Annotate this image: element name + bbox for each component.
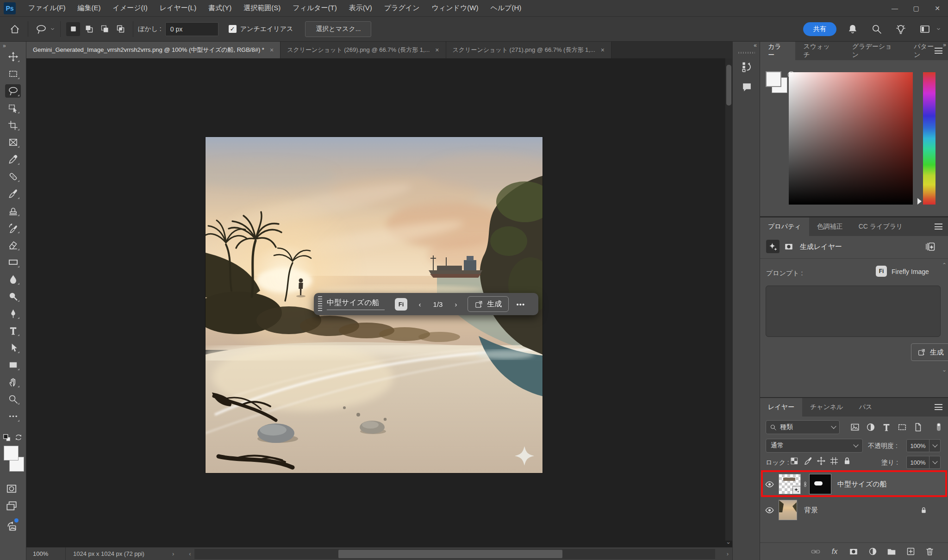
panels-collapse-chevron[interactable]: » <box>943 42 945 48</box>
layer-mask-icon[interactable] <box>782 240 795 253</box>
crop-tool[interactable] <box>5 118 21 132</box>
filter-smart-object-icon[interactable] <box>913 422 923 432</box>
default-colors-icon[interactable] <box>2 433 12 443</box>
new-layer-icon[interactable] <box>905 546 916 557</box>
screen-mode-button[interactable] <box>6 500 18 512</box>
quick-mask-button[interactable] <box>6 483 18 495</box>
foreground-background-swatches[interactable] <box>766 71 789 94</box>
close-icon[interactable]: × <box>270 46 274 54</box>
document-tab-active[interactable]: Gemini_Generated_Image_vrrsh2vrrsh2vrrs.… <box>26 42 281 58</box>
menu-file[interactable]: ファイル(F) <box>22 0 72 17</box>
opacity-value[interactable]: 100% <box>906 439 929 452</box>
tab-color[interactable]: カラー <box>760 42 795 60</box>
menu-type[interactable]: 書式(Y) <box>202 0 237 17</box>
dock-expand-chevron[interactable]: « <box>754 42 756 49</box>
object-selection-tool[interactable] <box>5 101 21 115</box>
add-layer-mask-icon[interactable] <box>848 546 859 557</box>
window-minimize-button[interactable]: — <box>884 0 905 16</box>
layer-thumbnail[interactable] <box>779 500 797 520</box>
tab-layers[interactable]: レイヤー <box>760 398 802 417</box>
layer-thumbnail[interactable] <box>779 474 801 494</box>
lasso-tool-preset[interactable] <box>33 21 50 37</box>
app-sync-badge-icon[interactable] <box>6 520 18 532</box>
zoom-level-field[interactable]: 100% <box>26 548 66 560</box>
delete-layer-icon[interactable] <box>924 546 935 557</box>
window-maximize-button[interactable]: ▢ <box>905 0 927 16</box>
add-adjustment-layer-icon[interactable] <box>867 546 878 557</box>
discover-lightbulb-icon[interactable] <box>893 21 909 37</box>
link-layers-icon[interactable] <box>810 546 821 557</box>
subtract-from-selection-mode-button[interactable] <box>98 22 112 36</box>
lock-pixels-icon[interactable] <box>804 456 813 466</box>
opacity-chevron[interactable] <box>929 439 941 452</box>
horizontal-scrollbar[interactable] <box>194 549 715 559</box>
canvas-viewport[interactable]: 中型サイズの船 Fi ‹ 1/3 › 生成 ••• ⌄ <box>26 58 732 547</box>
menu-edit[interactable]: 編集(E) <box>72 0 107 17</box>
close-icon[interactable]: × <box>435 46 439 54</box>
layer-filter-dropdown[interactable]: 種類 <box>766 420 840 434</box>
status-expand-chevron[interactable]: › <box>172 550 174 557</box>
panel-menu-icon[interactable] <box>935 48 942 54</box>
panel-menu-icon[interactable] <box>935 224 942 230</box>
tab-properties[interactable]: プロパティ <box>760 218 809 236</box>
hand-tool[interactable] <box>5 375 21 389</box>
clone-stamp-tool[interactable] <box>5 204 21 218</box>
intersect-selection-mode-button[interactable] <box>113 22 127 36</box>
document-tab[interactable]: スクリーンショット (271).png @ 66.7% (長方形 1,... × <box>446 42 611 58</box>
select-and-mask-button[interactable]: 選択とマスク... <box>305 21 371 37</box>
menu-help[interactable]: ヘルプ(H) <box>484 0 527 17</box>
blur-tool[interactable] <box>5 273 21 286</box>
tab-channels[interactable]: チャンネル <box>802 398 851 417</box>
generate-button-partial[interactable]: 生成 <box>911 343 948 361</box>
scroll-down-arrow[interactable]: ⌄ <box>942 367 947 373</box>
menu-view[interactable]: 表示(V) <box>343 0 378 17</box>
scroll-down-arrow[interactable]: ⌄ <box>726 538 731 545</box>
more-options-button[interactable]: ••• <box>512 300 529 308</box>
type-tool[interactable] <box>5 324 21 337</box>
eyedropper-tool[interactable] <box>5 153 21 166</box>
path-selection-tool[interactable] <box>5 341 21 355</box>
document-tab[interactable]: スクリーンショット (269).png @ 66.7% (長方形 1,... × <box>281 42 446 58</box>
tab-gradients[interactable]: グラデーション <box>844 42 906 60</box>
menu-layer[interactable]: レイヤー(L) <box>154 0 202 17</box>
move-tool[interactable] <box>5 50 21 63</box>
filter-type-layers-icon[interactable] <box>881 422 892 432</box>
tab-paths[interactable]: パス <box>851 398 880 417</box>
antialias-checkbox[interactable]: ✓ <box>229 25 237 33</box>
lasso-tool[interactable] <box>5 84 21 98</box>
menu-window[interactable]: ウィンドウ(W) <box>426 0 485 17</box>
gradient-tool[interactable] <box>5 255 21 269</box>
generative-layers-stack-icon[interactable] <box>923 240 936 253</box>
history-brush-tool[interactable] <box>5 221 21 235</box>
eraser-tool[interactable] <box>5 238 21 252</box>
lock-all-icon[interactable] <box>842 456 852 466</box>
filter-shape-layers-icon[interactable] <box>897 422 907 432</box>
blend-mode-dropdown[interactable]: 通常 <box>766 439 863 453</box>
spot-healing-brush-tool[interactable] <box>5 170 21 183</box>
taskbar-drag-handle[interactable] <box>318 296 322 312</box>
lock-position-icon[interactable] <box>817 456 826 466</box>
hue-slider[interactable] <box>923 72 936 205</box>
generate-button[interactable]: 生成 <box>468 296 509 312</box>
layer-row-background[interactable]: 背景 <box>760 498 948 522</box>
new-group-icon[interactable] <box>886 546 897 557</box>
prompt-textarea[interactable] <box>766 286 941 337</box>
feather-input[interactable]: 0 px <box>165 22 218 36</box>
new-selection-mode-button[interactable] <box>66 22 80 36</box>
home-button[interactable] <box>6 21 23 37</box>
previous-variation-button[interactable]: ‹ <box>412 296 428 312</box>
edit-toolbar-button[interactable] <box>5 410 21 423</box>
vertical-scrollbar[interactable] <box>725 58 732 541</box>
add-to-selection-mode-button[interactable] <box>82 22 96 36</box>
share-button[interactable]: 共有 <box>803 22 836 36</box>
menu-select[interactable]: 選択範囲(S) <box>237 0 287 17</box>
layer-effects-icon[interactable]: fx <box>829 546 840 557</box>
swap-colors-icon[interactable] <box>14 433 23 442</box>
tab-adjustments[interactable]: 色調補正 <box>809 218 851 236</box>
pen-tool[interactable] <box>5 307 21 320</box>
brush-tool[interactable] <box>5 187 21 200</box>
scroll-left-arrow[interactable]: ‹ <box>189 550 191 557</box>
frame-tool[interactable] <box>5 136 21 149</box>
comments-panel-icon[interactable] <box>739 80 754 94</box>
layer-visibility-eye-icon[interactable] <box>760 479 779 489</box>
